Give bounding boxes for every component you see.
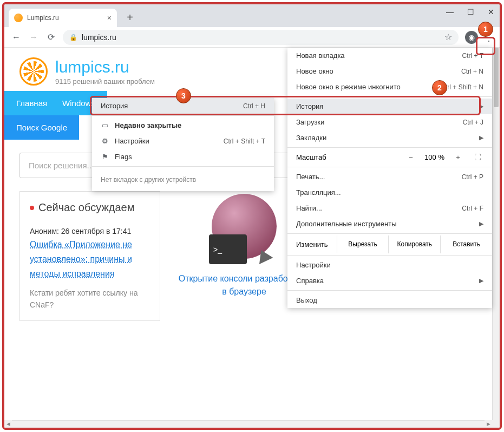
discuss-title: Сейчас обсуждаем: [30, 201, 150, 214]
menu-new-window[interactable]: Новое окноCtrl + N: [287, 63, 492, 79]
fullscreen-icon[interactable]: ⛶: [472, 153, 483, 161]
scroll-right-icon[interactable]: ▶: [485, 420, 492, 428]
menu-label: История: [101, 102, 128, 110]
menu-separator: [287, 290, 492, 291]
gear-icon: ⚙: [101, 137, 109, 145]
menu-history[interactable]: История▶: [287, 99, 492, 114]
menu-separator: [92, 166, 274, 167]
menu-edit-row: Изменить Вырезать Копировать Вставить: [287, 235, 492, 253]
menu-cast[interactable]: Трансляция...: [287, 185, 492, 200]
discuss-comment: Кстати ребят хотите ссылку на CNaF?: [30, 287, 150, 311]
menu-separator: [287, 167, 492, 167]
zoom-in-button[interactable]: +: [452, 153, 464, 161]
scroll-left-icon[interactable]: ◀: [4, 420, 12, 428]
scrollbar-thumb[interactable]: [494, 48, 499, 107]
forward-button[interactable]: →: [25, 29, 42, 46]
tab-close-icon[interactable]: ×: [107, 14, 112, 22]
menu-shortcut: Ctrl + T: [462, 52, 483, 60]
lock-icon: 🔒: [69, 34, 77, 41]
menu-shortcut: Ctrl + Shift + N: [441, 83, 483, 91]
profile-icon[interactable]: ◉: [465, 31, 478, 44]
submenu-recent-settings[interactable]: ⚙ Настройки Ctrl + Shift + T: [92, 133, 274, 149]
menu-label: История: [296, 102, 323, 110]
discuss-title-text: Сейчас обсуждаем: [38, 201, 134, 214]
console-card-icon: [206, 191, 282, 267]
menu-label: Печать...: [296, 173, 325, 181]
submenu-no-tabs-hint: Нет вкладок с других устройств: [92, 168, 274, 191]
menu-downloads[interactable]: ЗагрузкиCtrl + J: [287, 114, 492, 130]
menu-find[interactable]: Найти...Ctrl + F: [287, 200, 492, 216]
submenu-recent-heading: ▭ Недавно закрытые: [92, 117, 274, 133]
new-tab-button[interactable]: +: [122, 11, 138, 24]
menu-help[interactable]: Справка▶: [287, 273, 492, 289]
menu-exit[interactable]: Выход: [287, 292, 492, 308]
minimize-icon[interactable]: —: [444, 8, 455, 16]
site-name: lumpics.ru: [55, 58, 155, 76]
url-text: lumpics.ru: [82, 33, 116, 42]
menu-label: Справка: [296, 277, 324, 285]
vertical-scrollbar[interactable]: [492, 48, 500, 420]
reload-button[interactable]: ⟳: [42, 29, 60, 46]
menu-incognito[interactable]: Новое окно в режиме инкогнитоCtrl + Shif…: [287, 79, 492, 95]
browser-tab[interactable]: Lumpics.ru ×: [9, 9, 117, 27]
menu-label: Найти...: [296, 204, 322, 212]
edit-label: Изменить: [287, 235, 337, 253]
submenu-arrow-icon: ▶: [479, 277, 483, 284]
menu-label: Новое окно в режиме инкогнито: [296, 83, 401, 91]
menu-label: Недавно закрытые: [115, 121, 181, 129]
menu-bookmarks[interactable]: Закладки▶: [287, 130, 492, 146]
horizontal-scrollbar[interactable]: [4, 420, 492, 428]
submenu-recent-flags[interactable]: ⚑ Flags: [92, 149, 274, 165]
discuss-meta: Аноним: 26 сентября в 17:41: [30, 226, 150, 237]
menu-label: Дополнительные инструменты: [296, 220, 397, 228]
menu-label: Загрузки: [296, 118, 324, 126]
nav-google-search[interactable]: Поиск Google: [4, 115, 79, 140]
tab-favicon-icon: [14, 14, 23, 22]
menu-shortcut: Ctrl + J: [463, 119, 483, 126]
site-logo-icon: [19, 57, 48, 86]
menu-shortcut: Ctrl + H: [243, 102, 265, 110]
back-button[interactable]: ←: [8, 29, 25, 46]
nav-home[interactable]: Главная: [4, 91, 59, 115]
menu-shortcut: Ctrl + P: [462, 173, 483, 181]
menu-separator: [287, 147, 492, 148]
zoom-out-button[interactable]: −: [405, 153, 417, 161]
menu-shortcut: Ctrl + F: [462, 205, 483, 212]
menu-separator: [92, 115, 274, 116]
paste-button[interactable]: Вставить: [440, 235, 492, 253]
live-dot-icon: [30, 206, 34, 210]
menu-label: Выход: [296, 296, 317, 304]
window-title-bar: Lumpics.ru × + — ☐ ✕: [4, 4, 500, 27]
menu-separator: [287, 255, 492, 256]
browser-window: Lumpics.ru × + — ☐ ✕ ← → ⟳ 🔒 lumpics.ru …: [2, 2, 502, 430]
annotation-badge-3: 3: [176, 88, 191, 103]
zoom-value: 100 %: [424, 153, 444, 161]
address-bar-row: ← → ⟳ 🔒 lumpics.ru ☆ ◉ ⋮: [4, 27, 500, 48]
url-bar[interactable]: 🔒 lumpics.ru ☆: [63, 30, 459, 45]
close-window-icon[interactable]: ✕: [486, 8, 496, 16]
menu-settings[interactable]: Настройки: [287, 257, 492, 273]
submenu-arrow-icon: ▶: [479, 134, 483, 141]
submenu-arrow-icon: ▶: [479, 220, 483, 227]
copy-button[interactable]: Копировать: [388, 235, 440, 253]
menu-label: Закладки: [296, 134, 326, 142]
zoom-label: Масштаб: [296, 153, 397, 161]
discuss-widget: Сейчас обсуждаем Аноним: 26 сентября в 1…: [19, 191, 160, 321]
menu-print[interactable]: Печать...Ctrl + P: [287, 169, 492, 185]
site-tagline: 9115 решений ваших проблем: [55, 77, 155, 86]
cut-button[interactable]: Вырезать: [337, 235, 389, 253]
chrome-main-menu: Новая вкладкаCtrl + T Новое окноCtrl + N…: [287, 48, 492, 308]
bookmark-star-icon[interactable]: ☆: [444, 32, 452, 42]
menu-label: Новая вкладка: [296, 51, 345, 60]
discuss-link[interactable]: Ошибка «Приложение не установлено»: прич…: [30, 240, 132, 278]
window-controls: — ☐ ✕: [444, 8, 496, 16]
menu-more-tools[interactable]: Дополнительные инструменты▶: [287, 216, 492, 232]
menu-new-tab[interactable]: Новая вкладкаCtrl + T: [287, 48, 492, 63]
menu-label: Трансляция...: [296, 188, 341, 197]
annotation-badge-1: 1: [478, 22, 493, 37]
maximize-icon[interactable]: ☐: [465, 8, 476, 16]
history-submenu: История Ctrl + H ▭ Недавно закрытые ⚙ На…: [92, 98, 274, 191]
menu-separator: [287, 233, 492, 234]
flag-icon: ⚑: [101, 153, 109, 161]
tab-title: Lumpics.ru: [27, 14, 103, 22]
